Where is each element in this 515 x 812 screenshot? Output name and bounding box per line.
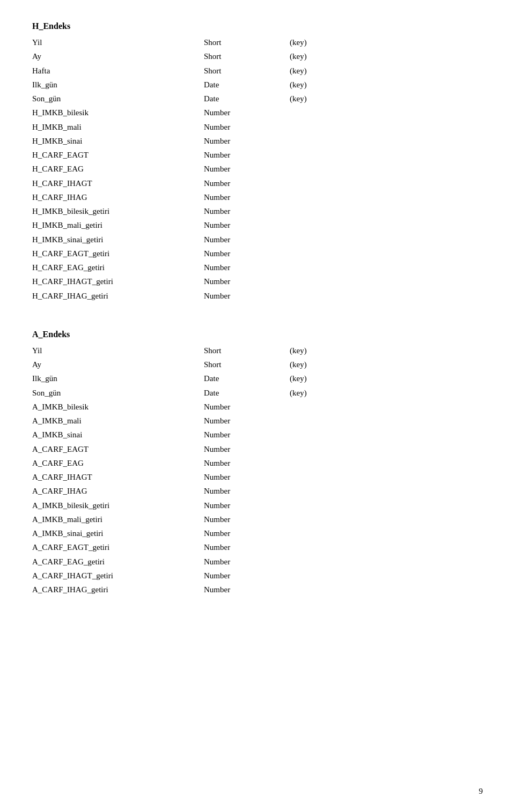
field-type: Number (204, 218, 290, 232)
field-type: Number (204, 274, 290, 288)
table-row: HaftaShort(key) (32, 64, 483, 78)
field-name: Ay (32, 357, 204, 371)
table-row: A_IMKB_bilesik_getiriNumber (32, 498, 483, 512)
field-type: Number (204, 498, 290, 512)
field-name: A_IMKB_sinai_getiri (32, 526, 204, 540)
table-row: H_IMKB_maliNumber (32, 120, 483, 134)
table-row: AyShort(key) (32, 357, 483, 371)
field-name: H_IMKB_sinai_getiri (32, 233, 204, 247)
field-type: Short (204, 35, 290, 49)
field-name: A_CARF_EAG (32, 456, 204, 470)
field-type: Number (204, 456, 290, 470)
table-row: Ilk_günDate(key) (32, 78, 483, 92)
field-key: (key) (290, 344, 343, 357)
table-row: Son_günDate(key) (32, 386, 483, 400)
field-type: Number (204, 134, 290, 148)
table-row: H_IMKB_bilesik_getiriNumber (32, 204, 483, 218)
table-row: A_CARF_IHAGT_getiriNumber (32, 569, 483, 583)
h-endeks-table: YilShort(key)AyShort(key)HaftaShort(key)… (32, 35, 483, 303)
field-type: Number (204, 190, 290, 204)
table-row: H_IMKB_sinai_getiriNumber (32, 233, 483, 247)
field-type: Number (204, 148, 290, 162)
field-name: A_IMKB_bilesik (32, 400, 204, 414)
table-row: H_CARF_IHAGNumber (32, 190, 483, 204)
field-name: H_CARF_IHAG_getiri (32, 289, 204, 303)
field-key: (key) (290, 386, 343, 400)
field-type: Number (204, 583, 290, 597)
field-name: H_CARF_EAGT (32, 148, 204, 162)
field-name: H_IMKB_mali (32, 120, 204, 134)
field-type: Number (204, 569, 290, 583)
field-name: A_IMKB_mali_getiri (32, 512, 204, 526)
field-type: Number (204, 540, 290, 554)
field-name: A_CARF_EAGT_getiri (32, 540, 204, 554)
field-name: A_CARF_IHAGT_getiri (32, 569, 204, 583)
field-key: (key) (290, 49, 343, 63)
h-endeks-section: H_Endeks YilShort(key)AyShort(key)HaftaS… (32, 21, 483, 303)
field-name: H_CARF_IHAGT_getiri (32, 274, 204, 288)
table-row: A_IMKB_sinai_getiriNumber (32, 526, 483, 540)
field-type: Number (204, 260, 290, 274)
field-type: Number (204, 414, 290, 428)
field-name: A_CARF_IHAG_getiri (32, 583, 204, 597)
field-key: (key) (290, 371, 343, 385)
field-name: Ilk_gün (32, 78, 204, 92)
field-name: Ilk_gün (32, 371, 204, 385)
table-row: A_IMKB_bilesikNumber (32, 400, 483, 414)
a-endeks-section: A_Endeks YilShort(key)AyShort(key)Ilk_gü… (32, 330, 483, 597)
field-type: Number (204, 428, 290, 442)
field-type: Date (204, 386, 290, 400)
field-type: Number (204, 204, 290, 218)
field-name: A_CARF_IHAGT (32, 470, 204, 484)
field-type: Number (204, 120, 290, 134)
table-row: A_IMKB_mali_getiriNumber (32, 512, 483, 526)
table-row: A_IMKB_maliNumber (32, 414, 483, 428)
field-key: (key) (290, 64, 343, 78)
field-type: Date (204, 92, 290, 106)
field-type: Date (204, 78, 290, 92)
field-name: H_IMKB_bilesik (32, 106, 204, 120)
field-name: Yil (32, 344, 204, 357)
field-name: Hafta (32, 64, 204, 78)
table-row: H_IMKB_bilesikNumber (32, 106, 483, 120)
field-key: (key) (290, 92, 343, 106)
table-row: A_CARF_EAGNumber (32, 456, 483, 470)
field-name: A_IMKB_bilesik_getiri (32, 498, 204, 512)
page-number: 9 (479, 787, 483, 796)
field-name: A_CARF_EAG_getiri (32, 555, 204, 569)
field-type: Date (204, 371, 290, 385)
field-name: Ay (32, 49, 204, 63)
a-endeks-table: YilShort(key)AyShort(key)Ilk_günDate(key… (32, 344, 483, 597)
table-row: H_IMKB_sinaiNumber (32, 134, 483, 148)
field-type: Number (204, 484, 290, 498)
field-type: Number (204, 555, 290, 569)
field-type: Number (204, 400, 290, 414)
field-type: Number (204, 233, 290, 247)
table-row: H_CARF_IHAG_getiriNumber (32, 289, 483, 303)
field-type: Number (204, 512, 290, 526)
field-name: H_IMKB_bilesik_getiri (32, 204, 204, 218)
field-name: Yil (32, 35, 204, 49)
field-type: Short (204, 357, 290, 371)
field-type: Number (204, 106, 290, 120)
field-type: Short (204, 49, 290, 63)
field-type: Number (204, 247, 290, 260)
table-row: H_CARF_IHAGT_getiriNumber (32, 274, 483, 288)
field-name: H_CARF_IHAG (32, 190, 204, 204)
field-name: A_IMKB_sinai (32, 428, 204, 442)
field-type: Number (204, 176, 290, 190)
field-key: (key) (290, 78, 343, 92)
table-row: Son_günDate(key) (32, 92, 483, 106)
field-name: A_CARF_IHAG (32, 484, 204, 498)
field-key: (key) (290, 35, 343, 49)
field-type: Number (204, 470, 290, 484)
table-row: Ilk_günDate(key) (32, 371, 483, 385)
field-name: Son_gün (32, 92, 204, 106)
field-name: H_IMKB_sinai (32, 134, 204, 148)
field-type: Number (204, 289, 290, 303)
field-type: Number (204, 526, 290, 540)
field-name: A_CARF_EAGT (32, 442, 204, 456)
field-key: (key) (290, 357, 343, 371)
table-row: H_CARF_EAGT_getiriNumber (32, 247, 483, 260)
table-row: YilShort(key) (32, 344, 483, 357)
